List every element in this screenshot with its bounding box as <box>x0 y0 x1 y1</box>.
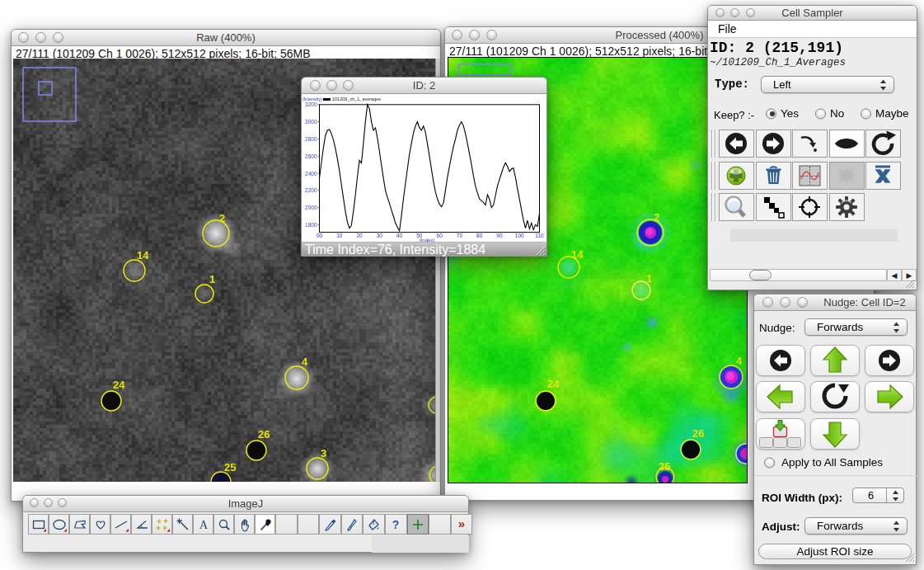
svg-text:10: 10 <box>336 233 343 238</box>
svg-text:3000: 3000 <box>305 119 317 125</box>
svg-text:20: 20 <box>356 233 363 238</box>
svg-text:90: 90 <box>496 233 503 238</box>
svg-text:101209_ch_1_averages: 101209_ch_1_averages <box>332 97 381 101</box>
svg-text:70: 70 <box>457 233 463 238</box>
svg-text:60: 60 <box>437 233 443 238</box>
svg-text:?: ? <box>392 518 400 531</box>
svg-text:40: 40 <box>396 233 403 238</box>
svg-text:3200: 3200 <box>305 101 317 107</box>
svg-text:»: » <box>458 517 465 530</box>
svg-text:30: 30 <box>377 233 383 238</box>
svg-text:00: 00 <box>317 233 323 238</box>
svg-text:2000: 2000 <box>305 205 317 210</box>
svg-text:2600: 2600 <box>305 153 317 159</box>
svg-text:100: 100 <box>515 233 524 238</box>
svg-text:1800: 1800 <box>305 222 317 228</box>
svg-text:(Intensity): (Intensity) <box>303 97 322 101</box>
svg-text:A: A <box>199 519 209 531</box>
svg-text:80: 80 <box>476 233 483 238</box>
svg-text:2200: 2200 <box>305 187 317 193</box>
svg-text:2400: 2400 <box>305 171 317 177</box>
svg-text:110: 110 <box>535 233 544 238</box>
svg-text:2800: 2800 <box>305 136 317 142</box>
